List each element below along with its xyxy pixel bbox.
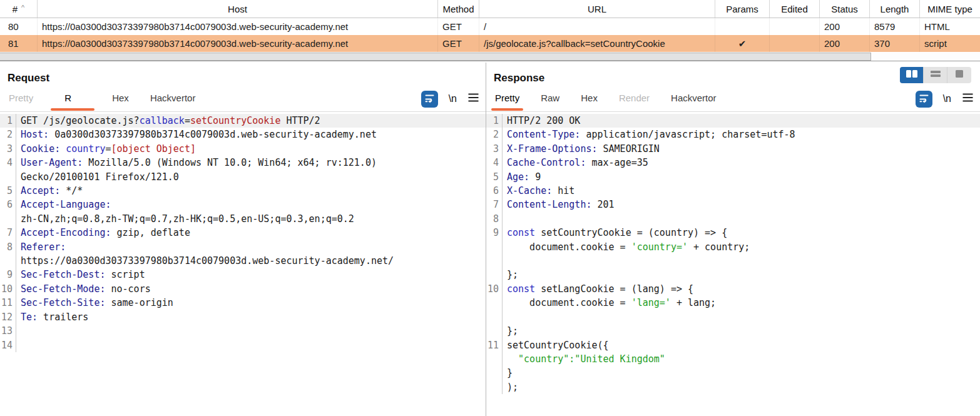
line-number	[486, 268, 503, 282]
line-number	[0, 254, 16, 268]
split-columns-view-button[interactable]	[900, 67, 924, 83]
column-header-params[interactable]: Params	[715, 0, 770, 18]
history-horizontal-scrollbar[interactable]	[0, 53, 980, 61]
request-editor-menu-button[interactable]	[467, 93, 479, 105]
tab-pretty[interactable]: Pretty	[494, 86, 521, 111]
column-label: Status	[831, 4, 858, 14]
line-number	[486, 310, 503, 324]
code-token: =	[105, 143, 111, 155]
column-label: Host	[228, 4, 247, 14]
tab-hackvertor[interactable]: Hackvertor	[670, 86, 718, 111]
code-line: 3Cookie: country=[object Object]	[0, 142, 486, 156]
cell-params: ✔	[715, 35, 770, 52]
tab-raw[interactable]: Raw	[539, 86, 561, 111]
cell-edited	[770, 35, 820, 52]
response-editor-menu-button[interactable]	[962, 93, 974, 105]
column-header-edited[interactable]: Edited	[770, 0, 820, 18]
line-number: 1	[0, 114, 16, 128]
column-label: Params	[726, 4, 758, 14]
code-token: [object Object]	[111, 143, 196, 155]
request-editor[interactable]: 1GET /js/geolocate.js?callback=setCountr…	[0, 112, 486, 352]
line-content: HTTP/2 200 OK	[503, 114, 980, 128]
line-number	[486, 254, 503, 268]
show-newlines-toggle[interactable]: \n	[943, 93, 951, 104]
tab-hackvertor[interactable]: Hackvertor	[149, 86, 197, 111]
line-content: X-Frame-Options: SAMEORIGIN	[503, 142, 980, 156]
history-row-80[interactable]: 80https://0a0300d30373397980b3714c007900…	[0, 18, 980, 35]
code-line: "country":"United Kingdom"	[486, 352, 980, 366]
code-token: trailers	[38, 312, 88, 323]
code-token: Host:	[21, 129, 49, 140]
line-number	[486, 240, 503, 254]
column-header-length[interactable]: Length	[870, 0, 920, 18]
code-token: Sec-Fetch-Site:	[21, 297, 105, 308]
code-line: }	[486, 366, 980, 380]
code-line: 13	[0, 324, 486, 338]
line-content: const setLangCookie = (lang) => {	[503, 282, 980, 296]
line-content	[503, 254, 980, 268]
code-line: 2Content-Type: application/javascript; c…	[486, 128, 980, 141]
line-number	[486, 366, 503, 380]
line-number: 2	[0, 128, 16, 141]
tab-pretty[interactable]: Pretty	[8, 86, 34, 111]
line-number: 5	[486, 170, 503, 184]
line-content	[16, 338, 486, 352]
history-row-81[interactable]: 81https://0a0300d30373397980b3714c007900…	[0, 35, 980, 52]
cell-status: 200	[820, 18, 870, 35]
request-panel-title: Request	[0, 61, 486, 86]
code-token: same-origin	[105, 297, 173, 308]
tab-r[interactable]: R	[53, 86, 92, 111]
cell-url: /js/geolocate.js?callback=setCountryCook…	[479, 35, 715, 52]
scrollbar-thumb[interactable]	[0, 53, 871, 61]
line-content: User-Agent: Mozilla/5.0 (Windows NT 10.0…	[16, 156, 486, 170]
code-line: );	[486, 380, 980, 394]
code-line: 9Sec-Fetch-Dest: script	[0, 268, 486, 282]
line-content: Accept: */*	[16, 184, 486, 198]
column-label: Method	[442, 4, 474, 14]
cell-status: 200	[820, 35, 870, 52]
cell-method: GET	[438, 18, 479, 35]
line-content: Cache-Control: max-age=35	[503, 156, 980, 170]
code-token: SAMEORIGIN	[598, 143, 660, 155]
line-content: Sec-Fetch-Site: same-origin	[16, 296, 486, 310]
line-number: 9	[0, 268, 16, 282]
line-content	[503, 212, 980, 226]
line-content: Sec-Fetch-Dest: script	[16, 268, 486, 282]
line-number: 10	[486, 282, 503, 296]
code-line: 1GET /js/geolocate.js?callback=setCountr…	[0, 114, 486, 128]
single-pane-view-button[interactable]	[947, 67, 971, 83]
line-number: 3	[0, 142, 16, 156]
code-token: setLangCookie = (lang) => {	[535, 283, 693, 295]
line-number	[486, 380, 503, 394]
line-content: const setCountryCookie = (country) => {	[503, 226, 980, 240]
code-line: 7Content-Length: 201	[486, 198, 980, 211]
code-line: 5Accept: */*	[0, 184, 486, 198]
split-rows-view-button[interactable]	[924, 67, 947, 83]
code-token: callback	[140, 115, 185, 126]
tab-render[interactable]: Render	[618, 86, 651, 111]
line-number	[0, 170, 16, 184]
line-content: Gecko/20100101 Firefox/121.0	[16, 170, 486, 184]
tab-hex[interactable]: Hex	[111, 86, 130, 111]
line-content: document.cookie = 'lang=' + lang;	[503, 296, 980, 310]
tab-hex[interactable]: Hex	[579, 86, 599, 111]
word-wrap-toggle-button[interactable]	[916, 91, 932, 108]
code-token: Gecko/20100101 Firefox/121.0	[21, 171, 179, 183]
column-header-host[interactable]: Host	[38, 0, 438, 18]
response-editor[interactable]: 1HTTP/2 200 OK2Content-Type: application…	[486, 112, 980, 394]
line-content: Te: trailers	[16, 310, 486, 324]
column-header-url[interactable]: URL	[479, 0, 715, 18]
column-header-status[interactable]: Status	[820, 0, 870, 18]
code-line: 8	[486, 212, 980, 226]
code-token: + lang;	[671, 297, 716, 308]
show-newlines-toggle[interactable]: \n	[449, 93, 457, 104]
code-line: zh-CN,zh;q=0.8,zh-TW;q=0.7,zh-HK;q=0.5,e…	[0, 212, 486, 226]
cell-url: /	[479, 18, 715, 35]
single-pane-view-icon	[955, 69, 964, 81]
code-line	[486, 254, 980, 268]
code-line: 4User-Agent: Mozilla/5.0 (Windows NT 10.…	[0, 156, 486, 170]
word-wrap-toggle-button[interactable]	[421, 91, 438, 108]
column-header-num[interactable]: #^	[0, 0, 38, 18]
column-header-mime[interactable]: MIME type	[920, 0, 980, 18]
column-header-method[interactable]: Method	[438, 0, 479, 18]
